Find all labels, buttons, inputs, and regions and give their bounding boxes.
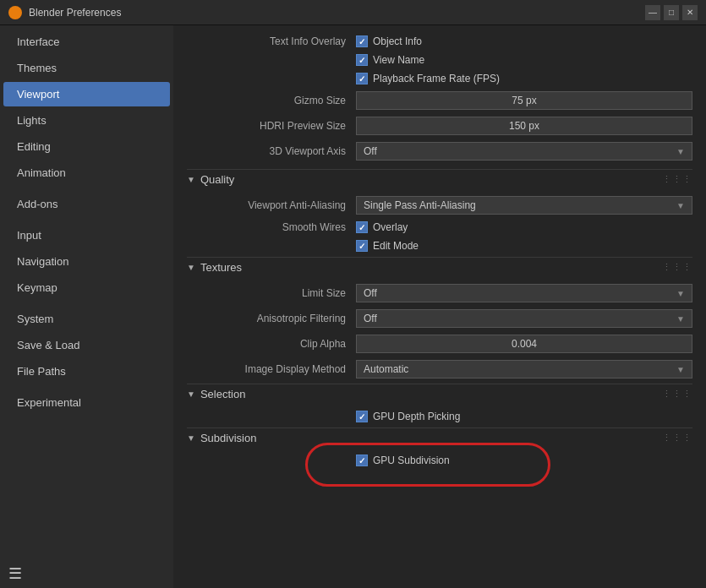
sidebar-item-save-load[interactable]: Save & Load bbox=[3, 333, 170, 357]
sidebar-item-viewport[interactable]: Viewport bbox=[3, 82, 170, 106]
clip-alpha-control[interactable]: 0.004 bbox=[356, 335, 692, 353]
limit-size-row: Limit Size Off ▼ bbox=[187, 282, 692, 304]
playback-fps-checkbox[interactable] bbox=[356, 73, 368, 84]
maximize-button[interactable]: □ bbox=[664, 5, 679, 20]
gpu-depth-checkbox[interactable] bbox=[356, 411, 368, 422]
sidebar-item-keymap[interactable]: Keymap bbox=[3, 275, 170, 300]
app-body: Interface Themes Viewport Lights Editing… bbox=[0, 25, 706, 588]
view-name-checkbox[interactable] bbox=[356, 54, 368, 66]
viewport-axis-dropdown[interactable]: Off ▼ bbox=[356, 142, 692, 161]
gpu-depth-checkbox-wrapper: GPU Depth Picking bbox=[356, 411, 692, 422]
edit-mode-control: Edit Mode bbox=[356, 240, 692, 252]
viewport-axis-label: 3D Viewport Axis bbox=[187, 145, 356, 157]
limit-size-dropdown[interactable]: Off ▼ bbox=[356, 284, 692, 302]
quality-chevron-icon: ▼ bbox=[187, 175, 195, 184]
hdri-preview-control[interactable]: 150 px bbox=[356, 117, 692, 135]
sidebar-item-experimental[interactable]: Experimental bbox=[3, 390, 170, 415]
edit-mode-checkbox[interactable] bbox=[356, 240, 368, 252]
viewport-axis-control[interactable]: Off ▼ bbox=[356, 142, 692, 161]
aniso-dropdown[interactable]: Off ▼ bbox=[356, 309, 692, 328]
object-info-checkbox[interactable] bbox=[356, 35, 368, 47]
clip-alpha-input[interactable]: 0.004 bbox=[356, 335, 692, 353]
subdivision-chevron-icon: ▼ bbox=[187, 433, 195, 443]
textures-chevron-icon: ▼ bbox=[187, 263, 195, 272]
chevron-down-icon: ▼ bbox=[676, 365, 685, 374]
aniso-value: Off bbox=[364, 313, 377, 324]
sidebar-item-animation[interactable]: Animation bbox=[3, 161, 170, 185]
anti-aliasing-row: Viewport Anti-Aliasing Single Pass Anti-… bbox=[187, 194, 692, 216]
quality-title: Quality bbox=[200, 173, 234, 186]
gpu-subdivision-checkbox[interactable] bbox=[356, 455, 368, 466]
minimize-button[interactable]: — bbox=[645, 5, 660, 20]
edit-mode-checkbox-wrapper: Edit Mode bbox=[356, 240, 692, 252]
sidebar-item-input[interactable]: Input bbox=[3, 223, 170, 248]
edit-mode-row: Edit Mode bbox=[187, 238, 692, 253]
textures-title: Textures bbox=[200, 261, 242, 274]
view-name-label: View Name bbox=[373, 54, 424, 66]
title-bar-left: Blender Preferences bbox=[8, 6, 121, 19]
sidebar-item-addons[interactable]: Add-ons bbox=[3, 192, 170, 216]
aniso-label: Anisotropic Filtering bbox=[187, 313, 356, 324]
overlay-label: Overlay bbox=[373, 221, 408, 233]
sidebar-item-file-paths[interactable]: File Paths bbox=[3, 359, 170, 384]
hdri-preview-input[interactable]: 150 px bbox=[356, 117, 692, 135]
selection-section-header: ▼ Selection ⋮⋮⋮ bbox=[187, 384, 692, 404]
sidebar-item-interface[interactable]: Interface bbox=[3, 30, 170, 54]
textures-section-header: ▼ Textures ⋮⋮⋮ bbox=[187, 257, 692, 277]
chevron-down-icon: ▼ bbox=[676, 147, 685, 156]
playback-fps-label: Playback Frame Rate (FPS) bbox=[373, 73, 500, 84]
textures-dots-icon: ⋮⋮⋮ bbox=[662, 262, 692, 273]
sidebar-item-lights[interactable]: Lights bbox=[3, 108, 170, 133]
gpu-subdivision-control: GPU Subdivision bbox=[356, 455, 692, 466]
hdri-preview-row: HDRI Preview Size 150 px bbox=[187, 115, 692, 137]
blender-icon bbox=[8, 6, 22, 19]
gizmo-size-input[interactable]: 75 px bbox=[356, 91, 692, 110]
gizmo-size-control[interactable]: 75 px bbox=[356, 91, 692, 110]
close-button[interactable]: ✕ bbox=[682, 5, 698, 20]
image-display-label: Image Display Method bbox=[187, 363, 356, 375]
selection-header-left: ▼ Selection bbox=[187, 388, 245, 400]
hamburger-button[interactable]: ☰ bbox=[8, 564, 22, 583]
playback-fps-checkbox-wrapper: Playback Frame Rate (FPS) bbox=[356, 73, 692, 84]
window-title: Blender Preferences bbox=[29, 7, 121, 19]
clip-alpha-row: Clip Alpha 0.004 bbox=[187, 333, 692, 355]
gpu-subdivision-checkbox-wrapper: GPU Subdivision bbox=[356, 455, 692, 466]
sidebar: Interface Themes Viewport Lights Editing… bbox=[0, 25, 173, 588]
chevron-down-icon: ▼ bbox=[676, 289, 685, 298]
anti-aliasing-dropdown[interactable]: Single Pass Anti-Aliasing ▼ bbox=[356, 196, 692, 215]
edit-mode-label: Edit Mode bbox=[373, 240, 419, 252]
aniso-control[interactable]: Off ▼ bbox=[356, 309, 692, 328]
gpu-subdivision-row: GPU Subdivision bbox=[187, 453, 692, 468]
aniso-row: Anisotropic Filtering Off ▼ bbox=[187, 308, 692, 329]
anti-aliasing-control[interactable]: Single Pass Anti-Aliasing ▼ bbox=[356, 196, 692, 215]
window-controls: — □ ✕ bbox=[645, 5, 698, 20]
quality-section: ▼ Quality ⋮⋮⋮ Viewport Anti-Aliasing Sin… bbox=[187, 169, 692, 253]
smooth-wires-label: Smooth Wires bbox=[187, 221, 356, 233]
gpu-subdivision-label: GPU Subdivision bbox=[373, 455, 450, 466]
anti-aliasing-value: Single Pass Anti-Aliasing bbox=[364, 199, 476, 211]
image-display-value: Automatic bbox=[364, 363, 408, 375]
view-name-control: View Name bbox=[356, 54, 692, 66]
sidebar-item-editing[interactable]: Editing bbox=[3, 134, 170, 159]
quality-section-header: ▼ Quality ⋮⋮⋮ bbox=[187, 169, 692, 189]
sidebar-item-system[interactable]: System bbox=[3, 307, 170, 331]
limit-size-control[interactable]: Off ▼ bbox=[356, 284, 692, 302]
overlay-checkbox-wrapper: Overlay bbox=[356, 221, 692, 233]
selection-title: Selection bbox=[200, 388, 245, 400]
top-fields-section: Text Info Overlay Object Info View Name bbox=[187, 34, 692, 162]
viewport-axis-row: 3D Viewport Axis Off ▼ bbox=[187, 140, 692, 162]
image-display-control[interactable]: Automatic ▼ bbox=[356, 360, 692, 378]
quality-dots-icon: ⋮⋮⋮ bbox=[662, 174, 692, 185]
quality-header-left: ▼ Quality bbox=[187, 173, 234, 186]
image-display-row: Image Display Method Automatic ▼ bbox=[187, 358, 692, 380]
sidebar-item-themes[interactable]: Themes bbox=[3, 56, 170, 80]
sidebar-item-navigation[interactable]: Navigation bbox=[3, 249, 170, 274]
anti-aliasing-label: Viewport Anti-Aliasing bbox=[187, 199, 356, 211]
smooth-wires-row: Smooth Wires Overlay bbox=[187, 220, 692, 235]
smooth-wires-control: Overlay bbox=[356, 221, 692, 233]
subdivision-title: Subdivision bbox=[200, 432, 257, 444]
chevron-down-icon: ▼ bbox=[676, 314, 685, 324]
overlay-checkbox[interactable] bbox=[356, 221, 368, 233]
gpu-depth-row: GPU Depth Picking bbox=[187, 409, 692, 424]
image-display-dropdown[interactable]: Automatic ▼ bbox=[356, 360, 692, 378]
